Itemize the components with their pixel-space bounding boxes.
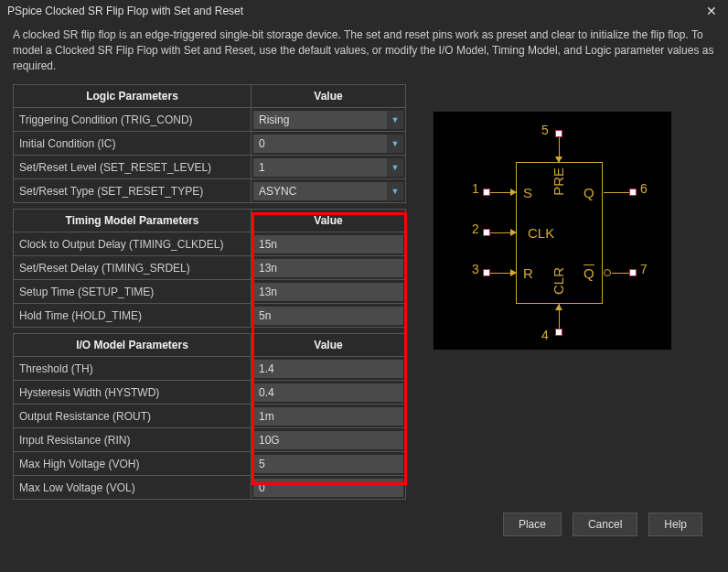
button-bar: Place Cancel Help xyxy=(13,500,715,536)
pin-terminal xyxy=(629,269,637,276)
value-header: Value xyxy=(252,334,406,357)
io-params-table: I/O Model Parameters Value Threshold (TH… xyxy=(13,333,406,500)
timing-header: Timing Model Parameters xyxy=(14,210,252,232)
pin-number: 2 xyxy=(472,221,479,236)
pin-number: 6 xyxy=(640,181,648,196)
rout-input[interactable]: 1m xyxy=(253,407,403,426)
pin-number: 4 xyxy=(541,328,549,342)
chevron-down-icon: ▼ xyxy=(387,182,403,200)
pin-number: 7 xyxy=(640,262,648,276)
pin-number: 5 xyxy=(541,123,549,137)
timing-params-table: Timing Model Parameters Value Clock to O… xyxy=(13,209,406,328)
chip-label-qbar: Q xyxy=(583,265,594,281)
param-label: Hold Time (HOLD_TIME) xyxy=(14,304,252,328)
chip-label-s: S xyxy=(523,185,532,200)
chip-label-clr: CLR xyxy=(551,267,566,295)
window-title: PSpice Clocked SR Flip Flop with Set and… xyxy=(7,5,243,17)
logic-header: Logic Parameters xyxy=(14,85,252,108)
hold-time-input[interactable]: 5n xyxy=(253,307,403,325)
chip-label-r: R xyxy=(523,265,533,281)
place-button[interactable]: Place xyxy=(503,513,562,536)
parameters-panel: Logic Parameters Value Triggering Condit… xyxy=(13,84,406,500)
param-label: Hysteresis Width (HYSTWD) xyxy=(14,381,252,405)
pin-number: 3 xyxy=(472,262,479,276)
pin-terminal xyxy=(483,189,490,196)
param-label: Setup Time (SETUP_TIME) xyxy=(14,280,252,304)
pin-terminal xyxy=(483,229,490,236)
arrow-up-icon xyxy=(555,304,562,310)
hystwd-input[interactable]: 0.4 xyxy=(253,383,403,402)
ic-dropdown[interactable]: 0▼ xyxy=(253,135,403,153)
set-reset-type-dropdown[interactable]: ASYNC▼ xyxy=(253,182,403,200)
table-row: Set/Reset Type (SET_RESET_TYPE) ASYNC▼ xyxy=(14,179,406,203)
schematic-panel: 5 PRE 4 CLR 1 S 2 CLK xyxy=(434,84,715,500)
chip-label-clk: CLK xyxy=(528,225,554,241)
rin-input[interactable]: 10G xyxy=(253,431,403,449)
help-button[interactable]: Help xyxy=(648,513,702,536)
overbar xyxy=(583,264,594,265)
table-row: Hold Time (HOLD_TIME) 5n xyxy=(14,304,406,328)
timing-srdel-input[interactable]: 13n xyxy=(253,259,403,277)
param-label: Input Resistance (RIN) xyxy=(14,428,252,452)
inversion-bubble xyxy=(604,269,611,276)
pin-terminal xyxy=(629,189,637,196)
chevron-down-icon: ▼ xyxy=(387,158,403,177)
pin-number: 1 xyxy=(472,181,479,196)
chip-label-pre: PRE xyxy=(551,167,566,196)
table-row: Max High Voltage (VOH) 5 xyxy=(14,452,406,476)
logic-params-table: Logic Parameters Value Triggering Condit… xyxy=(13,84,406,203)
pin-terminal xyxy=(555,130,562,137)
table-row: Set/Reset Delay (TIMING_SRDEL) 13n xyxy=(14,256,406,280)
vol-input[interactable]: 0 xyxy=(253,479,403,497)
table-row: Setup Time (SETUP_TIME) 13n xyxy=(14,280,406,304)
schematic-preview: 5 PRE 4 CLR 1 S 2 CLK xyxy=(434,112,671,350)
io-header: I/O Model Parameters xyxy=(14,334,252,357)
cancel-button[interactable]: Cancel xyxy=(573,513,637,536)
table-row: Input Resistance (RIN) 10G xyxy=(14,428,406,452)
th-input[interactable]: 1.4 xyxy=(253,360,403,378)
arrow-right-icon xyxy=(510,229,517,236)
pin-wire xyxy=(604,192,631,193)
chevron-down-icon: ▼ xyxy=(387,135,403,153)
param-label: Initial Condition (IC) xyxy=(14,132,252,156)
setup-time-input[interactable]: 13n xyxy=(253,283,403,301)
trig-cond-dropdown[interactable]: Rising▼ xyxy=(253,111,403,129)
param-label: Max High Voltage (VOH) xyxy=(14,452,252,476)
table-row: Clock to Output Delay (TIMING_CLKDEL) 15… xyxy=(14,232,406,256)
arrow-right-icon xyxy=(510,189,517,196)
param-label: Max Low Voltage (VOL) xyxy=(14,476,252,500)
param-label: Threshold (TH) xyxy=(14,357,252,381)
table-row: Triggering Condition (TRIG_COND) Rising▼ xyxy=(14,108,406,132)
table-row: Output Resistance (ROUT) 1m xyxy=(14,405,406,428)
param-label: Set/Reset Level (SET_RESET_LEVEL) xyxy=(14,156,252,179)
arrow-right-icon xyxy=(510,269,517,276)
param-label: Set/Reset Delay (TIMING_SRDEL) xyxy=(14,256,252,280)
param-label: Triggering Condition (TRIG_COND) xyxy=(14,108,252,132)
value-header: Value xyxy=(252,210,406,232)
pin-terminal xyxy=(555,329,562,336)
close-icon[interactable]: ✕ xyxy=(702,4,721,18)
voh-input[interactable]: 5 xyxy=(253,455,403,473)
table-row: Initial Condition (IC) 0▼ xyxy=(14,132,406,156)
table-row: Set/Reset Level (SET_RESET_LEVEL) 1▼ xyxy=(14,156,406,179)
timing-clkdel-input[interactable]: 15n xyxy=(253,235,403,254)
param-label: Clock to Output Delay (TIMING_CLKDEL) xyxy=(14,232,252,256)
param-label: Set/Reset Type (SET_RESET_TYPE) xyxy=(14,179,252,203)
chip-label-q: Q xyxy=(583,185,594,200)
title-bar: PSpice Clocked SR Flip Flop with Set and… xyxy=(0,0,728,22)
chevron-down-icon: ▼ xyxy=(387,111,403,129)
param-label: Output Resistance (ROUT) xyxy=(14,405,252,428)
table-row: Hysteresis Width (HYSTWD) 0.4 xyxy=(14,381,406,405)
value-header: Value xyxy=(252,85,406,108)
arrow-down-icon xyxy=(555,156,562,163)
set-reset-level-dropdown[interactable]: 1▼ xyxy=(253,158,403,177)
pin-wire xyxy=(612,273,631,274)
description-text: A clocked SR flip flop is an edge-trigge… xyxy=(13,22,715,84)
table-row: Max Low Voltage (VOL) 0 xyxy=(14,476,406,500)
table-row: Threshold (TH) 1.4 xyxy=(14,357,406,381)
pin-terminal xyxy=(483,269,490,276)
